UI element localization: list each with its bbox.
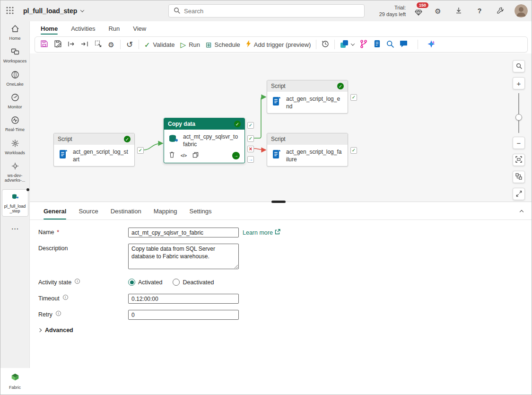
search-icon <box>516 62 522 70</box>
sidebar-item-onelake[interactable]: OneLake <box>0 67 30 90</box>
sidebar-item-monitor[interactable]: Monitor <box>0 90 30 113</box>
cross-icon: × <box>249 146 252 152</box>
chat-icon <box>400 40 408 49</box>
tab-general[interactable]: General <box>38 204 71 219</box>
gear-icon: ⚙ <box>108 41 114 48</box>
on-completion-port[interactable]: → <box>247 156 254 163</box>
feedback-button[interactable] <box>397 38 410 51</box>
pipeline-title-menu[interactable]: pl_full_load_step <box>23 7 84 15</box>
success-port[interactable]: ✓ <box>137 147 144 154</box>
zoom-in-button[interactable]: + <box>513 77 525 89</box>
sidebar-item-workspace-current[interactable]: ws-dev-advwrks-... <box>0 158 30 186</box>
tools-button[interactable] <box>494 4 507 18</box>
schedule-label: Schedule <box>215 41 240 48</box>
info-icon[interactable]: i <box>63 295 68 300</box>
zoom-slider-track[interactable] <box>518 93 519 133</box>
tab-destination[interactable]: Destination <box>105 204 147 219</box>
sidebar-item-workloads[interactable]: Workloads <box>0 136 30 158</box>
copy-data-assistant-button[interactable] <box>338 38 357 51</box>
panel-resize-handle[interactable] <box>271 201 286 203</box>
activity-node-script-end[interactable]: Script ✓ act_gen_script_log_end ✓ <box>267 80 348 114</box>
advanced-toggle[interactable]: Advanced <box>38 327 73 334</box>
deactivated-radio[interactable]: Deactivated <box>173 279 214 286</box>
tab-run[interactable]: Run <box>104 23 124 35</box>
validate-button[interactable]: ✓ Validate <box>142 38 177 51</box>
tab-mapping[interactable]: Mapping <box>148 204 183 219</box>
notebook-button[interactable] <box>371 38 383 51</box>
tab-home[interactable]: Home <box>36 23 62 35</box>
activity-node-script-start[interactable]: Script ✓ act_gen_script_log_start ✓ <box>53 133 135 167</box>
activity-node-copy-data[interactable]: Copy data ✓ act_mt_cpy_sqlsvr_to fabric … <box>164 118 245 163</box>
sidebar-item-workspaces[interactable]: Workspaces <box>0 44 30 67</box>
multi-select-button[interactable] <box>92 38 104 51</box>
export-button[interactable] <box>65 38 78 51</box>
user-avatar[interactable] <box>515 4 528 18</box>
run-play-icon: ▷ <box>181 41 186 48</box>
sidebar-more-button[interactable]: ⋯ <box>11 224 19 233</box>
validate-label: Validate <box>153 41 175 48</box>
settings-button[interactable]: ⚙ <box>431 4 445 18</box>
check-icon: ✓ <box>352 148 356 153</box>
tab-view[interactable]: View <box>128 23 151 35</box>
app-launcher-button[interactable] <box>0 0 19 21</box>
sidebar-item-pipeline-current[interactable]: pl_full_load_step <box>2 189 28 217</box>
timeout-label: Timeouti <box>38 294 128 302</box>
run-history-button[interactable] <box>319 38 331 51</box>
global-search[interactable] <box>168 4 365 18</box>
trial-status: Trial: 29 days left <box>379 4 406 18</box>
success-status-icon: ✓ <box>124 136 131 142</box>
info-icon[interactable]: i <box>56 311 61 316</box>
activity-properties-panel: General Source Destination Mapping Setti… <box>30 202 532 395</box>
code-view-button[interactable]: </> <box>181 153 187 158</box>
add-next-activity-button[interactable]: → <box>232 152 240 159</box>
activated-radio[interactable]: Activated <box>128 279 162 286</box>
sidebar-item-home[interactable]: Home <box>0 21 30 44</box>
plus-icon: + <box>517 79 521 88</box>
fit-to-screen-button[interactable] <box>513 154 525 166</box>
browse-button[interactable] <box>384 38 396 51</box>
add-trigger-button[interactable]: Add trigger (preview) <box>244 38 314 51</box>
help-button[interactable]: ? <box>473 4 486 18</box>
tab-settings[interactable]: Settings <box>184 204 217 219</box>
timeout-input[interactable] <box>128 294 239 304</box>
duplicate-activity-button[interactable] <box>192 152 199 159</box>
schedule-button[interactable]: ⊞ Schedule <box>203 38 243 51</box>
copilot-button[interactable] <box>425 38 438 51</box>
multi-select-icon <box>95 40 102 49</box>
undo-button[interactable]: ↺ <box>123 38 136 51</box>
auto-align-button[interactable] <box>513 171 525 183</box>
description-input[interactable]: Copy table data from SQL Server database… <box>128 244 239 269</box>
tab-source[interactable]: Source <box>73 204 103 219</box>
tab-activities[interactable]: Activities <box>66 23 100 35</box>
delete-activity-button[interactable] <box>169 151 175 159</box>
sidebar-item-realtime[interactable]: Real-Time <box>0 113 30 135</box>
on-fail-port[interactable]: × <box>247 146 254 152</box>
name-input[interactable] <box>128 228 239 237</box>
run-button[interactable]: ▷ Run <box>178 38 202 51</box>
zoom-slider-handle[interactable] <box>515 114 522 121</box>
search-input[interactable] <box>184 8 359 15</box>
success-port[interactable]: ✓ <box>350 147 357 154</box>
learn-more-link[interactable]: Learn more <box>243 228 280 236</box>
activity-node-script-failure[interactable]: Script act_gen_script_log_failure ✓ <box>267 133 348 167</box>
node-header: Script <box>267 133 348 145</box>
collapse-panel-button[interactable] <box>520 208 523 215</box>
collapse-canvas-button[interactable] <box>513 188 525 200</box>
canvas-search-button[interactable] <box>513 60 525 72</box>
source-control-button[interactable] <box>358 38 370 51</box>
zoom-out-button[interactable]: − <box>513 137 525 149</box>
activity-state-check[interactable]: ✓ <box>247 122 254 129</box>
success-port[interactable]: ✓ <box>350 94 357 101</box>
save-as-button[interactable] <box>52 38 64 51</box>
on-success-port[interactable]: ✓ <box>247 135 254 142</box>
download-button[interactable] <box>452 4 465 18</box>
pipeline-settings-button[interactable]: ⚙ <box>105 38 117 51</box>
import-button[interactable] <box>78 38 91 51</box>
pipeline-canvas[interactable]: Script ✓ act_gen_script_log_start ✓ Copy… <box>30 53 532 202</box>
info-icon[interactable]: i <box>75 279 80 284</box>
node-header: Script ✓ <box>267 80 348 92</box>
trial-button[interactable]: 150 <box>413 5 424 17</box>
retry-input[interactable] <box>128 310 239 320</box>
sidebar-fabric-switcher[interactable]: Fabric <box>0 368 30 395</box>
save-button[interactable] <box>38 38 51 51</box>
